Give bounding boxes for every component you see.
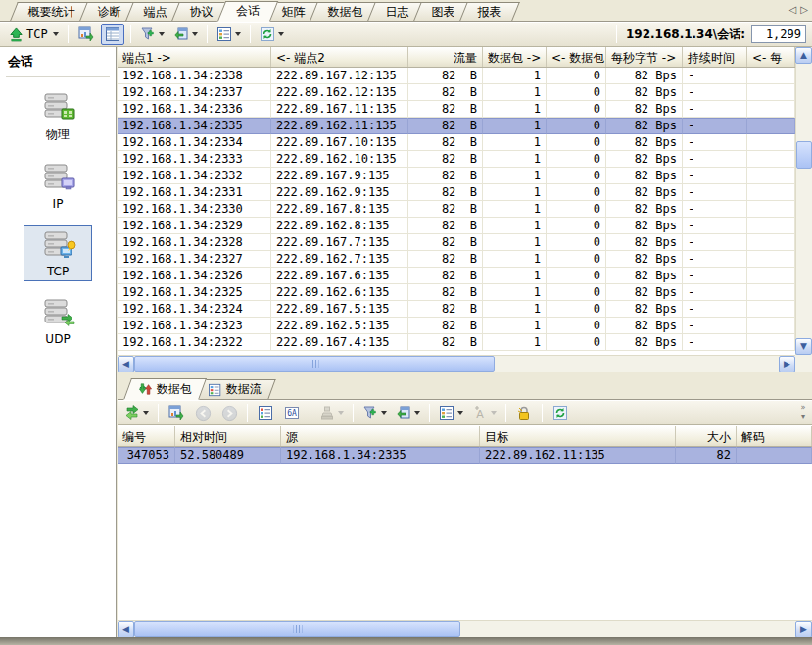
table-cell: 222.89.162.10:135 bbox=[271, 151, 408, 168]
column-header[interactable]: <- 端点2 bbox=[271, 47, 408, 67]
toolbar-overflow-button[interactable]: »▾ bbox=[796, 403, 810, 423]
table-cell: - bbox=[683, 318, 747, 334]
table-row[interactable]: 192.168.1.34:2325222.89.162.6:13582 B108… bbox=[118, 284, 795, 301]
table-row[interactable]: 192.168.1.34:2328222.89.167.7:13582 B108… bbox=[118, 234, 795, 251]
separator bbox=[250, 25, 251, 43]
table-cell: 192.168.1.34:2337 bbox=[118, 84, 271, 101]
tab-scroll-left-icon[interactable]: ◁ bbox=[789, 4, 797, 16]
table-view-button[interactable] bbox=[101, 24, 124, 45]
refresh-button[interactable] bbox=[549, 402, 572, 423]
font-size-button[interactable]: A bbox=[469, 402, 500, 423]
filter-import-icon bbox=[173, 26, 189, 42]
scrollbar-thumb[interactable] bbox=[796, 141, 812, 169]
protocol-filter-button[interactable]: TCP bbox=[6, 24, 62, 45]
table-cell: 0 bbox=[547, 284, 606, 301]
column-header[interactable]: <- 数据包 bbox=[547, 47, 606, 67]
table-row[interactable]: 192.168.1.34:2324222.89.167.5:13582 B108… bbox=[118, 301, 795, 318]
columns-button[interactable] bbox=[214, 24, 244, 45]
table-row[interactable]: 192.168.1.34:2326222.89.167.6:13582 B108… bbox=[118, 268, 795, 284]
scrollbar-thumb[interactable] bbox=[134, 356, 495, 372]
sidebar-item-physical[interactable]: 物理 bbox=[24, 87, 92, 146]
table-cell: 192.168.1.34:2324 bbox=[118, 301, 271, 318]
column-header[interactable]: 数据包 -> bbox=[483, 47, 547, 67]
table-row[interactable]: 192.168.1.34:2337222.89.162.12:13582 B10… bbox=[118, 84, 795, 101]
column-header[interactable]: 持续时间 bbox=[683, 47, 747, 67]
column-header[interactable]: 目标 bbox=[480, 426, 676, 446]
scroll-down-icon[interactable]: ▼ bbox=[795, 338, 812, 355]
table-row[interactable]: 192.168.1.34:2336222.89.167.11:13582 B10… bbox=[118, 101, 795, 118]
table-row[interactable]: 192.168.1.34:2322222.89.167.4:13582 B108… bbox=[118, 334, 795, 351]
sidebar-item-udp[interactable]: UDP bbox=[24, 293, 92, 349]
tab-scroll-right-icon[interactable]: ▷ bbox=[800, 4, 808, 16]
column-header[interactable]: <- 每 bbox=[747, 47, 795, 67]
session-type-sidebar: 会话 物理 IP bbox=[0, 47, 117, 637]
table-cell bbox=[747, 251, 795, 268]
forward-button[interactable] bbox=[217, 402, 241, 423]
hex-decode-button[interactable]: 6A bbox=[280, 402, 304, 423]
table-row[interactable]: 192.168.1.34:2323222.89.162.5:13582 B108… bbox=[118, 318, 795, 334]
scroll-left-icon[interactable]: ◀ bbox=[118, 356, 134, 372]
table-cell: - bbox=[683, 201, 747, 218]
packet-order-button[interactable] bbox=[121, 402, 152, 423]
table-row[interactable]: 192.168.1.34:2338222.89.167.12:13582 B10… bbox=[118, 68, 795, 84]
column-header[interactable]: 相对时间 bbox=[175, 426, 281, 446]
table-cell: 192.168.1.34:2328 bbox=[118, 234, 271, 251]
table-cell: 1 bbox=[483, 68, 547, 84]
column-header[interactable]: 大小 bbox=[676, 426, 737, 446]
column-header[interactable]: 端点1 -> bbox=[118, 47, 271, 67]
tab-packets[interactable]: 数据包 bbox=[123, 378, 207, 400]
columns-button[interactable] bbox=[436, 402, 466, 423]
add-filter-button[interactable] bbox=[359, 402, 390, 423]
back-button[interactable] bbox=[191, 402, 215, 423]
import-filter-button[interactable] bbox=[170, 24, 201, 45]
main-area: 端点1 -><- 端点2流量数据包 -><- 数据包每秒字节 ->持续时间<- … bbox=[118, 47, 812, 637]
table-row[interactable]: 192.168.1.34:2330222.89.167.8:13582 B108… bbox=[118, 201, 795, 218]
view-tab[interactable]: 会话 bbox=[217, 1, 278, 22]
tab-label: 数据包 bbox=[157, 381, 192, 398]
view-tab-label: 会话 bbox=[236, 3, 260, 20]
column-header[interactable]: 编号 bbox=[118, 426, 175, 446]
table-row[interactable]: 192.168.1.34:2334222.89.167.10:13582 B10… bbox=[118, 134, 795, 151]
column-header[interactable]: 每秒字节 -> bbox=[606, 47, 683, 67]
table-cell: 82 B bbox=[408, 218, 483, 234]
chevron-down-icon bbox=[53, 32, 59, 36]
packet-horizontal-scrollbar[interactable]: ◀ ▶ bbox=[118, 620, 812, 637]
column-header[interactable]: 流量 bbox=[408, 47, 483, 67]
add-filter-button[interactable] bbox=[137, 24, 167, 45]
vertical-scrollbar[interactable]: ▲ ▼ bbox=[795, 47, 812, 355]
table-cell: 82 bbox=[676, 447, 737, 464]
table-row[interactable]: 192.168.1.34:2335222.89.162.11:13582 B10… bbox=[118, 118, 795, 134]
sidebar-item-ip[interactable]: IP bbox=[24, 158, 92, 214]
column-header[interactable]: 源 bbox=[281, 426, 480, 446]
scroll-right-icon[interactable]: ▶ bbox=[779, 356, 795, 372]
view-tab[interactable]: 报表 bbox=[459, 2, 520, 21]
table-row[interactable]: 192.168.1.34:2331222.89.162.9:13582 B108… bbox=[118, 184, 795, 201]
mark-packet-button[interactable] bbox=[316, 402, 347, 423]
table-row[interactable]: 192.168.1.34:2332222.89.167.9:13582 B108… bbox=[118, 168, 795, 184]
tab-streams[interactable]: 数据流 bbox=[193, 379, 275, 399]
import-filter-button[interactable] bbox=[393, 402, 423, 423]
scroll-right-icon[interactable]: ▶ bbox=[795, 621, 812, 638]
scroll-up-icon[interactable]: ▲ bbox=[795, 47, 812, 64]
column-header[interactable]: 解码 bbox=[737, 426, 812, 446]
graph-window-button[interactable] bbox=[165, 402, 188, 423]
scrollbar-thumb[interactable] bbox=[134, 621, 460, 637]
lock-button[interactable] bbox=[512, 402, 536, 423]
packet-summary-button[interactable] bbox=[254, 402, 277, 423]
scroll-left-icon[interactable]: ◀ bbox=[118, 621, 134, 638]
horizontal-scrollbar[interactable]: ◀ ▶ bbox=[118, 355, 795, 372]
refresh-button[interactable] bbox=[257, 24, 287, 45]
view-tab-label: 协议 bbox=[190, 4, 214, 21]
graph-window-button[interactable] bbox=[74, 24, 98, 45]
table-cell: 0 bbox=[547, 134, 606, 151]
table-row[interactable]: 192.168.1.34:2333222.89.162.10:13582 B10… bbox=[118, 151, 795, 168]
sidebar-item-tcp[interactable]: TCP bbox=[24, 225, 92, 281]
table-row[interactable]: 34705352.580489192.168.1.34:2335222.89.1… bbox=[118, 447, 812, 464]
table-row[interactable]: 192.168.1.34:2329222.89.162.8:13582 B108… bbox=[118, 218, 795, 234]
swap-arrows-icon bbox=[124, 405, 140, 421]
table-cell: 82 Bps bbox=[606, 251, 683, 268]
table-row[interactable]: 192.168.1.34:2327222.89.162.7:13582 B108… bbox=[118, 251, 795, 268]
chevron-down-icon bbox=[143, 411, 149, 415]
table-cell: 222.89.162.11:135 bbox=[271, 118, 408, 134]
session-counter-label: 192.168.1.34\会话: bbox=[626, 26, 745, 43]
